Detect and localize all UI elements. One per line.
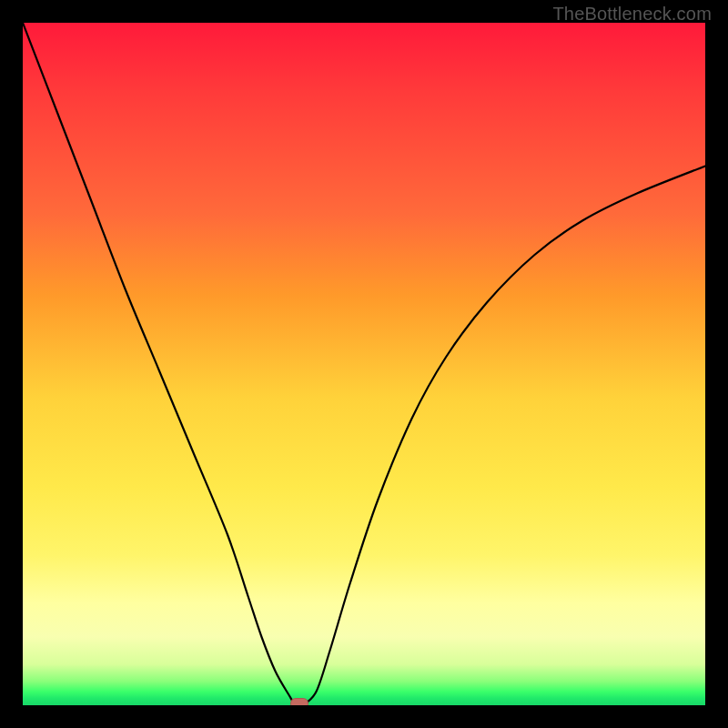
bottleneck-curve-svg [23, 23, 705, 705]
site-watermark: TheBottleneck.com [552, 4, 712, 25]
chart-area [23, 23, 705, 705]
optimal-point-marker [290, 698, 308, 705]
bottleneck-curve [23, 23, 705, 705]
